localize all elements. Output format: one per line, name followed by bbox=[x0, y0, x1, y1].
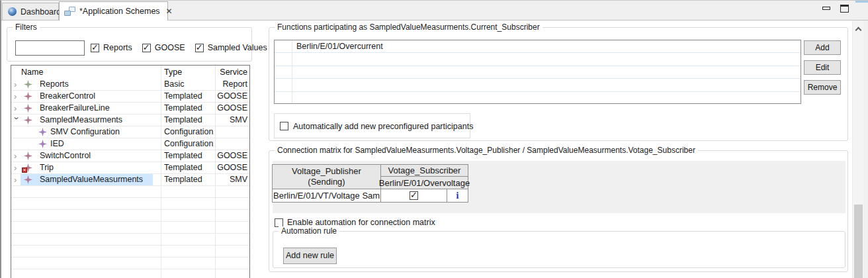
add-button[interactable]: Add bbox=[804, 40, 841, 55]
publisher-row-label-cell: Berlin/E/01/VT/Voltage Samples bbox=[272, 189, 381, 203]
publisher-header-line2: (Sending) bbox=[308, 177, 345, 187]
tab-application-schemes-label: *Application Schemes bbox=[79, 7, 160, 16]
table-header: Name Type Service bbox=[11, 66, 249, 79]
connection-matrix-title: Connection matrix for SampledValueMeasur… bbox=[275, 146, 698, 155]
column-header-type[interactable]: Type bbox=[164, 66, 182, 79]
row-name: BreakerFailureLine bbox=[40, 103, 110, 114]
row-name: BreakerControl bbox=[40, 91, 95, 102]
auto-add-checkbox-label: Automatically add new preconfigured part… bbox=[293, 122, 473, 131]
table-row-switchcontrol[interactable]: › SwitchControl Templated GOOSE bbox=[11, 150, 249, 162]
info-icon[interactable]: i bbox=[456, 191, 459, 201]
publisher-row-label: Berlin/E/01/VT/Voltage Samples bbox=[273, 191, 381, 201]
application-schemes-icon bbox=[64, 7, 75, 16]
row-type: Templated bbox=[164, 103, 202, 114]
row-type: Basic bbox=[164, 79, 185, 90]
row-type: Configuration bbox=[164, 138, 213, 150]
publisher-header-cell: Voltage_Publisher (Sending) bbox=[272, 164, 381, 189]
row-type: Templated bbox=[164, 115, 202, 126]
table-row-ied[interactable]: IED Configuration bbox=[11, 138, 249, 150]
connection-matrix-group: Connection matrix for SampledValueMeasur… bbox=[269, 150, 848, 272]
row-name: SampledValueMeasurments bbox=[40, 174, 143, 185]
chevron-down-icon[interactable]: › bbox=[11, 117, 22, 124]
filters-title: Filters bbox=[13, 23, 40, 32]
editor-tab-bar: Dashboard *Application Schemes ✕ bbox=[1, 1, 868, 21]
table-row-sampledvaluemeasurments-selected[interactable]: › SampledValueMeasurments Templated SMV bbox=[11, 174, 249, 186]
automation-rule-title: Automation rule bbox=[279, 226, 339, 236]
right-gutter bbox=[863, 21, 868, 278]
configuration-diamond-icon bbox=[38, 128, 47, 136]
chevron-right-icon[interactable]: › bbox=[14, 150, 21, 162]
subscriber-instance-cell: Berlin/E/01/Overvoltage bbox=[380, 176, 468, 189]
row-service: GOOSE bbox=[215, 103, 249, 114]
row-service: SMV bbox=[215, 115, 249, 126]
table-row-breakerfailureline[interactable]: › BreakerFailureLine Templated GOOSE bbox=[11, 103, 249, 115]
close-icon[interactable]: ✕ bbox=[166, 7, 173, 15]
maximize-icon[interactable] bbox=[840, 5, 849, 13]
chevron-right-icon[interactable]: › bbox=[14, 79, 21, 90]
row-type: Templated bbox=[164, 162, 202, 173]
functions-participating-group: Functions participating as SampledValueM… bbox=[269, 27, 848, 141]
function-diamond-icon bbox=[24, 92, 32, 101]
chevron-right-icon[interactable]: › bbox=[14, 103, 21, 114]
column-header-name[interactable]: Name bbox=[21, 66, 43, 79]
add-new-rule-button[interactable]: Add new rule bbox=[283, 248, 337, 264]
subscriber-header-label: Votage_Subscriber bbox=[388, 165, 461, 175]
connection-info-cell: i bbox=[447, 189, 468, 203]
goose-checkbox[interactable] bbox=[142, 44, 151, 52]
list-column-divider bbox=[292, 40, 292, 103]
table-row-trip[interactable]: › Trip Templated GOOSE bbox=[11, 162, 249, 174]
tab-dashboard[interactable]: Dashboard bbox=[2, 3, 59, 20]
chevron-right-icon[interactable]: › bbox=[14, 91, 21, 102]
connection-cell bbox=[380, 189, 447, 203]
function-diamond-icon bbox=[24, 116, 32, 124]
table-row-breakercontrol[interactable]: › BreakerControl Templated GOOSE bbox=[11, 91, 249, 103]
chevron-right-icon[interactable]: › bbox=[14, 174, 21, 185]
filter-input[interactable] bbox=[15, 40, 85, 56]
row-name: SwitchControl bbox=[40, 150, 91, 162]
row-name: Trip bbox=[40, 162, 54, 173]
row-service: GOOSE bbox=[215, 150, 249, 162]
tab-application-schemes[interactable]: *Application Schemes ✕ bbox=[59, 1, 168, 21]
minimize-icon[interactable] bbox=[822, 7, 830, 10]
publisher-header-line1: Voltage_Publisher bbox=[292, 166, 361, 177]
subscriber-header-cell: Votage_Subscriber bbox=[380, 164, 468, 177]
table-row-sampledmeasurments[interactable]: › SampledMeasurments Templated SMV bbox=[11, 115, 249, 126]
scrollbar-thumb[interactable] bbox=[854, 205, 863, 278]
connection-checkbox[interactable] bbox=[410, 191, 418, 200]
chevron-right-icon[interactable]: › bbox=[14, 162, 21, 173]
application-window: Dashboard *Application Schemes ✕ Filters… bbox=[0, 0, 868, 278]
filters-group: Filters Reports GOOSE Sampled Values bbox=[7, 27, 252, 62]
functions-group-title: Functions participating as SampledValueM… bbox=[275, 23, 542, 32]
configuration-diamond-icon bbox=[38, 140, 47, 148]
row-name: SMV Configuration bbox=[50, 126, 120, 138]
vertical-scrollbar[interactable] bbox=[852, 21, 863, 278]
enable-automation-checkbox[interactable] bbox=[275, 218, 283, 227]
content-area: Filters Reports GOOSE Sampled Values Nam… bbox=[1, 21, 868, 278]
subscriber-instance-label: Berlin/E/01/Overvoltage bbox=[379, 178, 470, 188]
participants-list[interactable]: Berlin/E/01/Overcurrent bbox=[274, 40, 801, 104]
row-type: Templated bbox=[164, 150, 202, 162]
sampled-values-checkbox[interactable] bbox=[195, 44, 204, 52]
row-type: Templated bbox=[164, 91, 202, 102]
goose-checkbox-label: GOOSE bbox=[155, 43, 185, 52]
table-row-smv-configuration[interactable]: SMV Configuration Configuration bbox=[11, 126, 249, 138]
function-diamond-icon bbox=[24, 152, 32, 160]
filter-checkbox-row: Reports GOOSE Sampled Values bbox=[91, 43, 273, 52]
auto-add-checkbox[interactable] bbox=[280, 122, 288, 130]
row-service: GOOSE bbox=[215, 162, 249, 173]
participant-item[interactable]: Berlin/E/01/Overcurrent bbox=[296, 40, 383, 53]
edit-button[interactable]: Edit bbox=[804, 60, 841, 75]
column-divider bbox=[161, 66, 161, 278]
remove-button[interactable]: Remove bbox=[804, 80, 841, 95]
tab-dashboard-label: Dashboard bbox=[21, 7, 61, 17]
column-header-service[interactable]: Service bbox=[215, 66, 249, 79]
reports-checkbox[interactable] bbox=[91, 44, 99, 52]
row-name: SampledMeasurments bbox=[40, 115, 122, 126]
function-diamond-icon bbox=[24, 80, 32, 89]
row-type: Configuration bbox=[164, 126, 213, 138]
table-row-reports[interactable]: › Reports Basic Report bbox=[11, 79, 249, 91]
sampled-values-checkbox-label: Sampled Values bbox=[208, 43, 267, 52]
auto-add-box: Automatically add new preconfigured part… bbox=[274, 113, 470, 138]
scrollbar-up-arrow-icon[interactable] bbox=[855, 27, 862, 34]
row-service: Report bbox=[215, 79, 249, 90]
